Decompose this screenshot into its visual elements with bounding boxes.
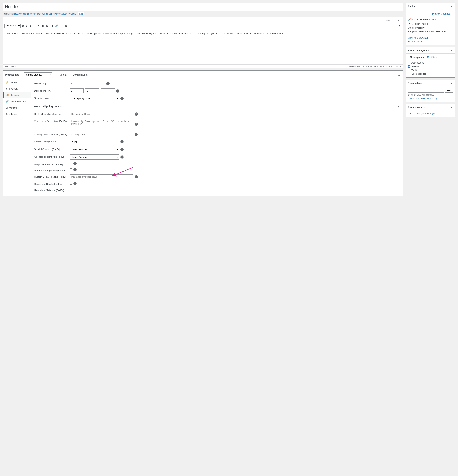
special-services-help-icon[interactable]: i: [120, 148, 124, 151]
weight-field: i: [69, 81, 400, 86]
fedex-collapse-button[interactable]: ▼: [397, 105, 400, 108]
nav-item-attributes[interactable]: ⊞ Attributes: [3, 104, 31, 111]
bold-button[interactable]: B: [21, 24, 25, 27]
category-tabs: All categories Most Used: [408, 55, 453, 60]
cat-checkbox-uncategorized[interactable]: [408, 73, 410, 75]
align-center-button[interactable]: ⊟: [45, 24, 49, 27]
nav-item-shipping[interactable]: 🚚 Shipping: [3, 92, 31, 98]
hr-button[interactable]: —: [59, 24, 64, 27]
cat-checkbox-tshirts[interactable]: [408, 69, 410, 71]
custom-declared-input[interactable]: [69, 174, 133, 179]
hs-tariff-help-icon[interactable]: i: [135, 112, 138, 116]
shipping-class-select[interactable]: No shipping class: [69, 96, 119, 101]
country-mfg-help-icon[interactable]: i: [135, 133, 138, 136]
unordered-list-button[interactable]: ☰: [28, 24, 32, 27]
pre-packed-checkbox[interactable]: [69, 162, 72, 165]
blockquote-button[interactable]: ❝: [37, 24, 40, 27]
paragraph-select[interactable]: Paragraph: [4, 24, 21, 28]
add-gallery-images-link[interactable]: Add product gallery images: [408, 112, 436, 115]
shipping-class-help-icon[interactable]: i: [120, 97, 124, 100]
hazardous-materials-field: [69, 188, 400, 191]
cat-tab-all[interactable]: All categories: [408, 55, 425, 59]
post-title-input[interactable]: [3, 3, 403, 11]
cat-tab-most-used[interactable]: Most Used: [425, 55, 439, 59]
fullscreen-button[interactable]: ⤢: [398, 24, 401, 27]
publish-collapse-arrow[interactable]: ▲: [450, 5, 453, 8]
gallery-collapse-arrow[interactable]: ▲: [450, 106, 453, 108]
ordered-list-button[interactable]: ≡: [33, 24, 36, 27]
category-list: Accessories Hoodies Tshirts Uncategorize…: [408, 61, 453, 76]
tab-text[interactable]: Text: [394, 18, 401, 22]
copy-draft-link[interactable]: Copy to a new draft: [408, 37, 453, 39]
product-categories-body: All categories Most Used Accessories Hoo…: [406, 54, 455, 77]
product-type-select[interactable]: Simple product: [24, 72, 52, 77]
tab-visual[interactable]: Visual: [384, 18, 393, 22]
hazardous-materials-label: Hazardous Materials (FedEx): [34, 188, 69, 192]
permalink-url[interactable]: https://woocommercefedexshipping.pluginh…: [13, 13, 76, 15]
hs-tariff-input[interactable]: [69, 112, 133, 116]
align-right-button[interactable]: ◨: [50, 24, 54, 27]
alcohol-recipient-help-icon[interactable]: i: [120, 155, 124, 159]
link-icon: 🔗: [6, 100, 9, 103]
virtual-downloadable-group: Virtual: Downloadable:: [57, 73, 88, 76]
weight-help-icon[interactable]: i: [106, 82, 110, 85]
link-button[interactable]: 🔗: [54, 24, 59, 27]
dimension-l-input[interactable]: [69, 88, 84, 93]
custom-declared-help-icon[interactable]: i: [135, 175, 138, 178]
editor-content-area[interactable]: Pellentesque habitant morbi tristique se…: [3, 29, 403, 64]
choose-tags-link[interactable]: Choose from the most used tags: [408, 97, 439, 100]
product-data-body: ⚡ General ◈ Inventory 🚚 Shipping 🔗: [3, 79, 403, 196]
freight-class-select[interactable]: None: [69, 139, 119, 144]
weight-input[interactable]: [69, 81, 105, 86]
dangerous-goods-help-icon[interactable]: i: [73, 182, 76, 185]
virtual-checkbox[interactable]: [57, 74, 59, 76]
status-edit-link[interactable]: Edit: [432, 18, 436, 21]
eye-icon: 👁: [408, 22, 410, 25]
tags-hint: Separate tags with commas: [408, 94, 453, 96]
cat-checkbox-hoodies[interactable]: [408, 65, 410, 68]
non-standard-checkbox[interactable]: [69, 168, 72, 171]
non-standard-row: Non-Standard product (FedEx) i: [34, 168, 400, 172]
downloadable-checkbox[interactable]: [70, 74, 72, 76]
preview-changes-button[interactable]: Preview Changes: [430, 11, 453, 16]
tags-input[interactable]: [408, 88, 444, 93]
permalink-edit-button[interactable]: Edit: [78, 12, 84, 15]
nav-item-linked-products[interactable]: 🔗 Linked Products: [3, 98, 31, 104]
publish-panel: Publish ▲ Preview Changes 📌 Status: Publ…: [406, 3, 455, 45]
pre-packed-help-icon[interactable]: i: [73, 162, 76, 165]
hazardous-materials-checkbox[interactable]: [69, 188, 72, 191]
product-data-collapse-button[interactable]: ▲: [398, 73, 400, 76]
special-services-select[interactable]: Select Anyone: [69, 147, 119, 152]
commodity-desc-help-icon[interactable]: i: [135, 123, 138, 126]
freight-class-help-icon[interactable]: i: [120, 140, 124, 144]
product-categories-panel: Product categories ▲ All categories Most…: [406, 47, 455, 78]
dimension-h-input[interactable]: [101, 88, 115, 93]
move-trash-link[interactable]: Move to Trash: [408, 40, 453, 43]
non-standard-help-icon[interactable]: i: [73, 168, 76, 171]
nav-item-advanced[interactable]: ⚙ Advanced: [3, 111, 31, 117]
shipping-panel: Weight (kg) i Dimensions (cm): [31, 79, 403, 196]
italic-button[interactable]: I: [25, 24, 28, 27]
tags-collapse-arrow[interactable]: ▲: [450, 82, 453, 84]
country-mfg-input[interactable]: [69, 132, 133, 137]
alcohol-recipient-select[interactable]: Select Anyone: [69, 154, 119, 160]
table-button[interactable]: ⊞: [64, 24, 68, 27]
tags-add-button[interactable]: Add: [445, 88, 453, 93]
lightning-icon: ⚡: [6, 81, 9, 84]
dangerous-goods-checkbox[interactable]: [69, 182, 72, 185]
commodity-desc-textarea[interactable]: [69, 119, 133, 129]
downloadable-label[interactable]: Downloadable:: [70, 73, 88, 76]
visibility-row: 👁 Visibility: Public: [408, 22, 453, 25]
special-services-field: Select Anyone i: [69, 147, 400, 152]
categories-collapse-arrow[interactable]: ▲: [450, 49, 453, 52]
nav-item-general[interactable]: ⚡ General: [3, 79, 31, 85]
hs-tariff-label: HS Tariff Number (FedEx): [34, 112, 69, 115]
dimensions-row: Dimensions (cm) i: [34, 88, 400, 93]
cat-checkbox-accessories[interactable]: [408, 61, 410, 64]
virtual-label[interactable]: Virtual:: [57, 73, 67, 76]
nav-item-inventory[interactable]: ◈ Inventory: [3, 85, 31, 92]
align-left-button[interactable]: ◧: [41, 24, 45, 27]
dimensions-help-icon[interactable]: i: [116, 89, 119, 93]
dimension-w-input[interactable]: [85, 88, 99, 93]
cat-item-tshirts: Tshirts: [408, 68, 453, 72]
